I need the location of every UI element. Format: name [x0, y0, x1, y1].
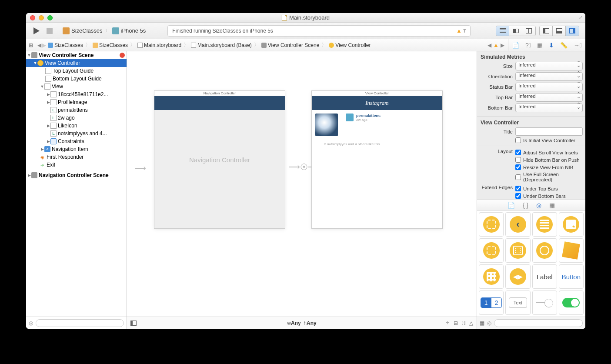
forward-button[interactable]: ▶ — [42, 42, 46, 48]
jumpbar-project[interactable]: SizeClasses — [48, 42, 83, 48]
navigation-bar[interactable] — [154, 96, 285, 110]
size-inspector-tab[interactable]: 📏 — [560, 42, 568, 49]
pin-button[interactable]: ℍ — [461, 320, 466, 326]
topbar-select[interactable]: Inferred — [515, 93, 583, 102]
scheme-selector[interactable]: SizeClasses 〉 iPhone 5s — [63, 27, 146, 34]
size-select[interactable]: Inferred — [515, 62, 583, 70]
connections-inspector-tab[interactable]: →⃝ — [574, 42, 582, 49]
lib-button[interactable]: Button — [559, 264, 584, 289]
file-template-library-tab[interactable]: 📄 — [507, 202, 515, 209]
outline-imageview[interactable]: ▶LikeIcon — [26, 122, 127, 130]
lib-view[interactable] — [479, 238, 504, 263]
post-view[interactable]: permakittens 2w ago — [312, 110, 442, 140]
outline-first-responder[interactable]: ◉First Responder — [26, 153, 127, 161]
profile-image[interactable] — [346, 114, 354, 121]
jumpbar-localization[interactable]: Main.storyboard (Base) — [191, 42, 252, 48]
lib-splitviewcontroller[interactable] — [479, 264, 504, 289]
jumpbar-controller[interactable]: View Controller — [329, 42, 371, 48]
issue-forward-button[interactable]: ▶ — [501, 42, 504, 48]
outline-view[interactable]: ▼View — [26, 83, 127, 90]
file-inspector-tab[interactable]: 📄 — [512, 42, 519, 49]
ib-canvas[interactable]: ⟶ Navigation Controller Navigation Contr… — [127, 51, 477, 329]
hide-bottom-checkbox[interactable]: Hide Bottom Bar on Push — [515, 156, 583, 164]
jumpbar-group[interactable]: SizeClasses — [93, 42, 128, 48]
outline-navitem[interactable]: ▶<Navigation Item — [26, 145, 127, 153]
size-class-control[interactable]: wAny hAny — [287, 320, 316, 326]
library-filter-field[interactable] — [494, 319, 583, 327]
related-items-icon[interactable]: ⊞ — [29, 42, 33, 48]
back-button[interactable]: ◀ — [37, 42, 41, 48]
orientation-select[interactable]: Inferred — [515, 72, 583, 81]
close-window-button[interactable] — [30, 15, 35, 20]
outline-label[interactable]: Lpermakittens — [26, 106, 127, 114]
outline-viewcontroller[interactable]: ▼ View Controller — [26, 59, 127, 67]
toggle-outline-button[interactable] — [130, 321, 137, 326]
warnings-badge[interactable]: ▲ 7 — [456, 27, 466, 34]
outline-scene[interactable]: ▼ View Controller Scene — [26, 51, 127, 59]
lib-switch[interactable] — [559, 291, 584, 315]
align-button[interactable]: ⊟ — [454, 320, 458, 326]
error-indicator-icon[interactable] — [120, 53, 125, 58]
lib-viewcontroller[interactable] — [479, 212, 504, 237]
outline-top-guide[interactable]: Top Layout Guide — [26, 67, 127, 75]
object-library-tab[interactable]: ◎ — [536, 202, 541, 209]
toggle-navigator-button[interactable] — [540, 26, 553, 36]
title-field[interactable] — [515, 127, 583, 136]
grid-list-toggle[interactable]: ▦ — [480, 320, 484, 326]
toggle-utilities-button[interactable] — [566, 26, 579, 36]
warning-icon[interactable]: ▲ — [493, 42, 499, 48]
filter-icon[interactable]: ◎ — [487, 320, 491, 326]
lib-tableviewcontroller[interactable] — [532, 212, 557, 237]
editor-standard-button[interactable] — [496, 26, 509, 36]
resolve-issues-button[interactable]: △ — [469, 320, 473, 326]
media-library-tab[interactable]: ▦ — [549, 202, 555, 209]
initial-vc-checkbox[interactable]: Is Initial View Controller — [477, 137, 585, 144]
navigation-controller-scene[interactable]: Navigation Controller Navigation Control… — [154, 90, 285, 229]
post-image[interactable] — [315, 114, 338, 136]
lib-collectionviewcontroller[interactable]: ★ — [559, 212, 584, 237]
adjust-insets-checkbox[interactable]: Adjust Scroll View Insets — [515, 149, 583, 156]
editor-version-button[interactable] — [522, 26, 535, 36]
outline-bottom-guide[interactable]: Bottom Layout Guide — [26, 75, 127, 83]
help-inspector-tab[interactable]: ?⃝ — [525, 42, 531, 49]
attributes-inspector-tab[interactable]: ⬇ — [549, 42, 554, 49]
jumpbar-file[interactable]: Main.storyboard — [137, 42, 181, 48]
stack-button[interactable]: ⫩ — [445, 320, 450, 326]
outline-imageview[interactable]: ▶18ccd458e81711e2... — [26, 90, 127, 98]
jumpbar-scene[interactable]: View Controller Scene — [261, 42, 320, 48]
outline-filter-field[interactable] — [36, 319, 124, 327]
under-bottom-checkbox[interactable]: Under Bottom Bars — [515, 192, 583, 200]
lib-slider[interactable] — [532, 291, 557, 315]
outline-imageview[interactable]: ▶ProfileImage — [26, 98, 127, 106]
lib-navigationcontroller[interactable]: ‹ — [505, 212, 530, 237]
toggle-debug-button[interactable] — [553, 26, 566, 36]
lib-container[interactable] — [505, 238, 530, 263]
stop-button[interactable] — [45, 27, 54, 35]
code-snippet-library-tab[interactable]: { } — [523, 202, 528, 209]
run-button[interactable] — [32, 27, 41, 35]
bottombar-select[interactable]: Inferred — [515, 104, 583, 112]
fullscreen-checkbox[interactable]: Use Full Screen (Deprecated) — [515, 171, 583, 183]
under-top-checkbox[interactable]: Under Top Bars — [515, 185, 583, 192]
outline-exit[interactable]: ➔Exit — [26, 161, 127, 169]
fullscreen-icon[interactable]: ⤢ — [579, 15, 583, 20]
lib-segmented[interactable]: 12 — [479, 291, 504, 315]
lib-object[interactable] — [559, 238, 584, 263]
outline-label[interactable]: Lnotsimplyyes and 4... — [26, 130, 127, 137]
lib-tabbarcontroller[interactable]: ◀▶ — [505, 264, 530, 289]
navigation-bar[interactable]: Instagram — [312, 96, 442, 110]
view-controller-scene[interactable]: View Controller Instagram permakittens 2… — [311, 90, 443, 229]
zoom-window-button[interactable] — [47, 15, 53, 20]
statusbar-select[interactable]: Inferred — [515, 83, 583, 91]
minimize-window-button[interactable] — [39, 15, 44, 20]
lib-label[interactable]: Label — [532, 264, 557, 289]
filter-icon[interactable]: ◎ — [29, 320, 33, 326]
identity-inspector-tab[interactable]: ▦ — [537, 42, 543, 49]
lib-pageviewcontroller[interactable] — [532, 238, 557, 263]
issue-back-button[interactable]: ◀ — [487, 42, 491, 48]
resize-nib-checkbox[interactable]: Resize View From NIB — [515, 164, 583, 171]
outline-label[interactable]: L2w ago — [26, 114, 127, 122]
lib-textfield[interactable]: Text — [505, 291, 530, 315]
outline-scene[interactable]: ▶ Navigation Controller Scene — [26, 171, 127, 179]
outline-constraints[interactable]: ▶Constraints — [26, 137, 127, 145]
